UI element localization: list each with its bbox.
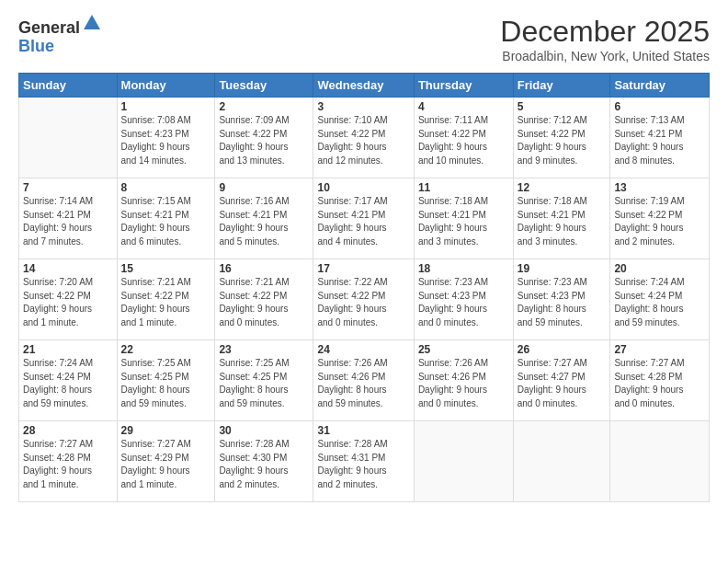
- week-row-1: 1Sunrise: 7:08 AMSunset: 4:23 PMDaylight…: [19, 98, 710, 178]
- col-thursday: Thursday: [414, 74, 513, 98]
- calendar-cell: 3Sunrise: 7:10 AMSunset: 4:22 PMDaylight…: [313, 98, 414, 178]
- calendar-cell: 20Sunrise: 7:24 AMSunset: 4:24 PMDayligh…: [610, 259, 710, 340]
- calendar-cell: 15Sunrise: 7:21 AMSunset: 4:22 PMDayligh…: [117, 259, 215, 340]
- header: General Blue December 2025 Broadalbin, N…: [18, 15, 710, 63]
- day-number: 25: [418, 343, 509, 356]
- week-row-5: 28Sunrise: 7:27 AMSunset: 4:28 PMDayligh…: [19, 421, 710, 502]
- day-info: Sunrise: 7:26 AMSunset: 4:26 PMDaylight:…: [418, 357, 509, 410]
- day-info: Sunrise: 7:25 AMSunset: 4:25 PMDaylight:…: [219, 357, 309, 410]
- calendar-cell: 31Sunrise: 7:28 AMSunset: 4:31 PMDayligh…: [313, 421, 414, 502]
- day-number: 26: [518, 343, 607, 356]
- calendar-cell: 10Sunrise: 7:17 AMSunset: 4:21 PMDayligh…: [313, 178, 414, 259]
- day-info: Sunrise: 7:17 AMSunset: 4:21 PMDaylight:…: [317, 195, 409, 248]
- day-number: 29: [121, 424, 211, 437]
- calendar-cell: 28Sunrise: 7:27 AMSunset: 4:28 PMDayligh…: [19, 421, 118, 502]
- day-info: Sunrise: 7:28 AMSunset: 4:31 PMDaylight:…: [317, 438, 409, 491]
- day-number: 20: [614, 262, 705, 275]
- day-info: Sunrise: 7:26 AMSunset: 4:26 PMDaylight:…: [317, 357, 409, 410]
- location: Broadalbin, New York, United States: [500, 49, 710, 63]
- day-info: Sunrise: 7:12 AMSunset: 4:22 PMDaylight:…: [518, 114, 607, 167]
- day-number: 30: [219, 424, 309, 437]
- day-number: 12: [518, 181, 607, 194]
- day-number: 7: [23, 181, 113, 194]
- col-friday: Friday: [513, 74, 610, 98]
- calendar-cell: [513, 421, 610, 502]
- day-number: 16: [219, 262, 309, 275]
- calendar-cell: 30Sunrise: 7:28 AMSunset: 4:30 PMDayligh…: [215, 421, 313, 502]
- day-info: Sunrise: 7:15 AMSunset: 4:21 PMDaylight:…: [121, 195, 211, 248]
- calendar-cell: 23Sunrise: 7:25 AMSunset: 4:25 PMDayligh…: [215, 340, 313, 421]
- day-info: Sunrise: 7:28 AMSunset: 4:30 PMDaylight:…: [219, 438, 309, 491]
- day-info: Sunrise: 7:21 AMSunset: 4:22 PMDaylight:…: [219, 276, 309, 329]
- day-number: 11: [418, 181, 509, 194]
- calendar-cell: 13Sunrise: 7:19 AMSunset: 4:22 PMDayligh…: [610, 178, 710, 259]
- day-number: 21: [23, 343, 113, 356]
- day-number: 31: [317, 424, 409, 437]
- calendar-cell: 1Sunrise: 7:08 AMSunset: 4:23 PMDaylight…: [117, 98, 215, 178]
- col-wednesday: Wednesday: [313, 74, 414, 98]
- col-sunday: Sunday: [19, 74, 118, 98]
- day-info: Sunrise: 7:08 AMSunset: 4:23 PMDaylight:…: [121, 114, 211, 167]
- calendar-cell: 25Sunrise: 7:26 AMSunset: 4:26 PMDayligh…: [414, 340, 513, 421]
- day-info: Sunrise: 7:21 AMSunset: 4:22 PMDaylight:…: [121, 276, 211, 329]
- logo-general: General: [18, 18, 80, 37]
- day-info: Sunrise: 7:27 AMSunset: 4:29 PMDaylight:…: [121, 438, 211, 491]
- day-number: 6: [614, 100, 705, 113]
- col-tuesday: Tuesday: [215, 74, 313, 98]
- calendar-table: Sunday Monday Tuesday Wednesday Thursday…: [18, 73, 710, 502]
- week-row-2: 7Sunrise: 7:14 AMSunset: 4:21 PMDaylight…: [19, 178, 710, 259]
- calendar-cell: 22Sunrise: 7:25 AMSunset: 4:25 PMDayligh…: [117, 340, 215, 421]
- day-number: 19: [518, 262, 607, 275]
- day-info: Sunrise: 7:27 AMSunset: 4:28 PMDaylight:…: [614, 357, 705, 410]
- day-info: Sunrise: 7:16 AMSunset: 4:21 PMDaylight:…: [219, 195, 309, 248]
- day-number: 15: [121, 262, 211, 275]
- calendar-cell: 6Sunrise: 7:13 AMSunset: 4:21 PMDaylight…: [610, 98, 710, 178]
- day-number: 22: [121, 343, 211, 356]
- day-info: Sunrise: 7:23 AMSunset: 4:23 PMDaylight:…: [418, 276, 509, 329]
- calendar-cell: 24Sunrise: 7:26 AMSunset: 4:26 PMDayligh…: [313, 340, 414, 421]
- calendar-cell: 11Sunrise: 7:18 AMSunset: 4:21 PMDayligh…: [414, 178, 513, 259]
- logo-text: General Blue: [18, 15, 102, 56]
- day-info: Sunrise: 7:13 AMSunset: 4:21 PMDaylight:…: [614, 114, 705, 167]
- day-info: Sunrise: 7:24 AMSunset: 4:24 PMDaylight:…: [23, 357, 113, 410]
- calendar-cell: 7Sunrise: 7:14 AMSunset: 4:21 PMDaylight…: [19, 178, 118, 259]
- svg-marker-0: [84, 15, 100, 29]
- calendar-cell: 2Sunrise: 7:09 AMSunset: 4:22 PMDaylight…: [215, 98, 313, 178]
- calendar-header-row: Sunday Monday Tuesday Wednesday Thursday…: [19, 74, 710, 98]
- day-info: Sunrise: 7:11 AMSunset: 4:22 PMDaylight:…: [418, 114, 509, 167]
- month-title: December 2025: [500, 15, 710, 49]
- calendar-cell: [19, 98, 118, 178]
- calendar-cell: 5Sunrise: 7:12 AMSunset: 4:22 PMDaylight…: [513, 98, 610, 178]
- day-number: 13: [614, 181, 705, 194]
- page-container: General Blue December 2025 Broadalbin, N…: [0, 0, 728, 563]
- day-number: 27: [614, 343, 705, 356]
- day-info: Sunrise: 7:23 AMSunset: 4:23 PMDaylight:…: [518, 276, 607, 329]
- day-number: 17: [317, 262, 409, 275]
- day-info: Sunrise: 7:10 AMSunset: 4:22 PMDaylight:…: [317, 114, 409, 167]
- calendar-cell: 29Sunrise: 7:27 AMSunset: 4:29 PMDayligh…: [117, 421, 215, 502]
- day-info: Sunrise: 7:24 AMSunset: 4:24 PMDaylight:…: [614, 276, 705, 329]
- day-info: Sunrise: 7:14 AMSunset: 4:21 PMDaylight:…: [23, 195, 113, 248]
- calendar-cell: 4Sunrise: 7:11 AMSunset: 4:22 PMDaylight…: [414, 98, 513, 178]
- day-info: Sunrise: 7:20 AMSunset: 4:22 PMDaylight:…: [23, 276, 113, 329]
- week-row-4: 21Sunrise: 7:24 AMSunset: 4:24 PMDayligh…: [19, 340, 710, 421]
- calendar-cell: 21Sunrise: 7:24 AMSunset: 4:24 PMDayligh…: [19, 340, 118, 421]
- day-info: Sunrise: 7:09 AMSunset: 4:22 PMDaylight:…: [219, 114, 309, 167]
- day-info: Sunrise: 7:19 AMSunset: 4:22 PMDaylight:…: [614, 195, 705, 248]
- calendar-cell: 17Sunrise: 7:22 AMSunset: 4:22 PMDayligh…: [313, 259, 414, 340]
- day-info: Sunrise: 7:27 AMSunset: 4:28 PMDaylight:…: [23, 438, 113, 491]
- day-info: Sunrise: 7:18 AMSunset: 4:21 PMDaylight:…: [518, 195, 607, 248]
- col-saturday: Saturday: [610, 74, 710, 98]
- day-number: 28: [23, 424, 113, 437]
- calendar-cell: 26Sunrise: 7:27 AMSunset: 4:27 PMDayligh…: [513, 340, 610, 421]
- calendar-cell: 14Sunrise: 7:20 AMSunset: 4:22 PMDayligh…: [19, 259, 118, 340]
- col-monday: Monday: [117, 74, 215, 98]
- day-number: 4: [418, 100, 509, 113]
- calendar-cell: 9Sunrise: 7:16 AMSunset: 4:21 PMDaylight…: [215, 178, 313, 259]
- day-number: 24: [317, 343, 409, 356]
- calendar-cell: [610, 421, 710, 502]
- title-block: December 2025 Broadalbin, New York, Unit…: [500, 15, 710, 63]
- calendar-cell: 27Sunrise: 7:27 AMSunset: 4:28 PMDayligh…: [610, 340, 710, 421]
- logo-icon: [82, 13, 102, 33]
- calendar-cell: 19Sunrise: 7:23 AMSunset: 4:23 PMDayligh…: [513, 259, 610, 340]
